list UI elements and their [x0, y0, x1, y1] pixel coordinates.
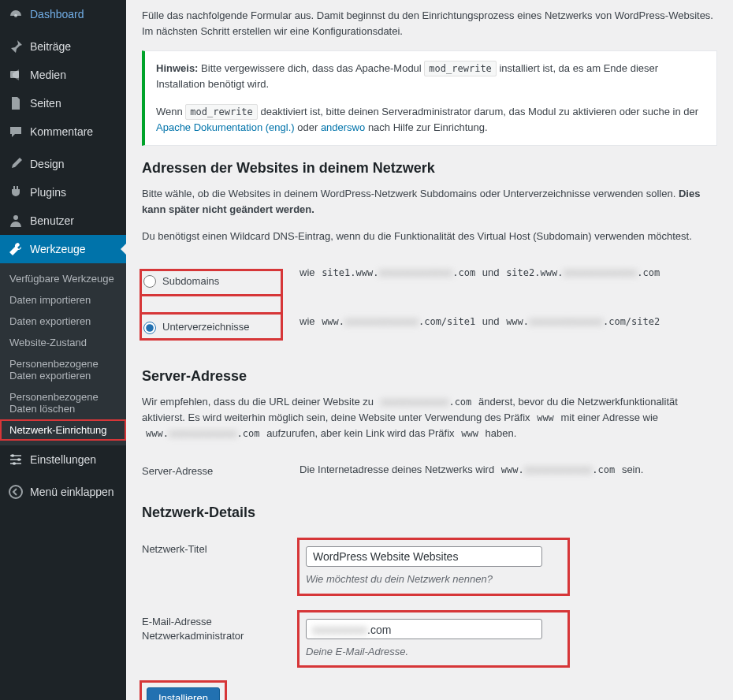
addresses-table: Subdomains wie site1.www.xxxxxxxxxxxxx.c…: [142, 255, 717, 353]
sidebar-item-appearance[interactable]: Design: [0, 150, 126, 178]
submenu-available-tools[interactable]: Verfügbare Werkzeuge: [0, 268, 126, 289]
install-button[interactable]: Installieren: [147, 687, 220, 700]
notice-box: Hinweis: Bitte vergewissere dich, dass d…: [142, 50, 717, 146]
dashboard-icon: [8, 6, 24, 22]
server-address-value: Die Internetadresse deines Netzwerks wir…: [300, 452, 717, 490]
addresses-p1: Bitte wähle, ob die Websites in deinem W…: [142, 186, 717, 218]
sidebar-label: Einstellungen: [30, 453, 96, 466]
brush-icon: [8, 156, 24, 172]
svg-point-3: [11, 454, 14, 457]
network-title-wrap: Wie möchtest du dein Netzwerk nennen?: [300, 540, 567, 594]
sidebar-label: Seiten: [30, 97, 61, 110]
sidebar-item-comments[interactable]: Kommentare: [0, 117, 126, 146]
sidebar-item-tools[interactable]: Werkzeuge: [0, 235, 126, 263]
network-title-input[interactable]: [306, 546, 542, 567]
heading-server: Server-Adresse: [142, 368, 717, 385]
sidebar-label: Medien: [30, 69, 66, 81]
plug-icon: [8, 184, 24, 200]
sidebar-item-posts[interactable]: Beiträge: [0, 32, 126, 61]
sidebar-item-media[interactable]: Medien: [0, 61, 126, 89]
submenu-export[interactable]: Daten exportieren: [0, 311, 126, 332]
radio-subdirectories[interactable]: Unterverzeichnisse: [143, 320, 276, 334]
svg-point-6: [9, 486, 22, 498]
submenu-erase-personal[interactable]: Personenbezogene Daten löschen: [0, 386, 126, 419]
server-address-label: Server-Adresse: [142, 452, 300, 490]
admin-email-input[interactable]: [306, 619, 542, 639]
media-icon: [8, 67, 24, 83]
code-mod-rewrite: mod_rewrite: [424, 61, 496, 76]
sidebar-label: Kommentare: [30, 125, 93, 138]
sliders-icon: [8, 452, 24, 467]
subdomains-example: wie site1.www.xxxxxxxxxxxxx.com und site…: [300, 255, 717, 304]
collapse-icon: [8, 484, 24, 500]
admin-email-desc: Deine E-Mail-Adresse.: [306, 644, 561, 660]
tools-submenu: Verfügbare Werkzeuge Daten importieren D…: [0, 263, 126, 445]
network-title-desc: Wie möchtest du dein Netzwerk nennen?: [306, 572, 561, 587]
user-icon: [8, 213, 24, 229]
sidebar-item-dashboard[interactable]: Dashboard: [0, 0, 126, 28]
svg-point-2: [13, 215, 18, 220]
svg-point-0: [14, 14, 17, 17]
link-elsewhere[interactable]: anderswo: [321, 121, 365, 133]
notice-line2: Wenn mod_rewrite deaktiviert ist, bitte …: [156, 104, 705, 136]
comment-icon: [8, 124, 24, 140]
radio-subdomains-input[interactable]: [143, 275, 156, 288]
sidebar-item-settings[interactable]: Einstellungen: [0, 445, 126, 474]
main-content: Fülle das nachfolgende Formular aus. Dam…: [126, 0, 733, 700]
network-title-label: Netzwerk-Titel: [142, 531, 300, 603]
admin-email-wrap: xxxxxxxxxx.com Deine E-Mail-Adresse.: [300, 612, 567, 666]
sidebar-label: Beiträge: [30, 40, 71, 53]
details-table: Netzwerk-Titel Wie möchtest du dein Netz…: [142, 531, 717, 675]
svg-point-5: [13, 462, 16, 465]
heading-details: Netzwerk-Details: [142, 505, 717, 521]
server-paragraph: Wir empfehlen, dass du die URL deiner We…: [142, 394, 717, 441]
wrench-icon: [8, 241, 24, 257]
submenu-export-personal[interactable]: Personenbezogene Daten exportieren: [0, 353, 126, 386]
sidebar-label: Werkzeuge: [30, 243, 86, 255]
sidebar-label: Plugins: [30, 186, 66, 199]
submenu-site-health[interactable]: Website-Zustand: [0, 332, 126, 353]
pin-icon: [8, 39, 24, 54]
addresses-p2: Du benötigst einen Wildcard DNS-Eintrag,…: [142, 229, 717, 244]
heading-addresses: Adressen der Websites in deinem Netzwerk: [142, 160, 717, 177]
link-apache-docs[interactable]: Apache Dokumentation (engl.): [156, 121, 295, 133]
subdirectories-example: wie www.xxxxxxxxxxxxx.com/site1 und www.…: [300, 304, 717, 353]
sidebar-item-users[interactable]: Benutzer: [0, 207, 126, 235]
sidebar-label: Menü einklappen: [30, 486, 114, 498]
submenu-import[interactable]: Daten importieren: [0, 289, 126, 311]
server-table: Server-Adresse Die Internetadresse deine…: [142, 452, 717, 490]
radio-subdirectories-input[interactable]: [143, 322, 156, 334]
sidebar-item-plugins[interactable]: Plugins: [0, 178, 126, 207]
code-mod-rewrite: mod_rewrite: [185, 104, 257, 120]
sidebar-label: Design: [30, 158, 65, 170]
submenu-network-setup[interactable]: Netzwerk-Einrichtung: [0, 419, 126, 441]
sidebar-item-pages[interactable]: Seiten: [0, 89, 126, 117]
submit-wrap: Installieren: [142, 683, 225, 700]
sidebar-item-collapse[interactable]: Menü einklappen: [0, 478, 126, 506]
svg-point-4: [17, 458, 20, 461]
sidebar-label: Benutzer: [30, 214, 74, 227]
page-icon: [8, 95, 24, 111]
radio-subdomains[interactable]: Subdomains: [143, 274, 276, 289]
admin-sidebar: Dashboard Beiträge Medien Seiten Komment…: [0, 0, 126, 700]
intro-paragraph: Fülle das nachfolgende Formular aus. Dam…: [142, 8, 717, 39]
notice-line1: Hinweis: Bitte vergewissere dich, dass d…: [156, 61, 705, 92]
sidebar-label: Dashboard: [30, 8, 84, 20]
admin-email-label: E-Mail-Adresse Netzwerkadministrator: [142, 603, 300, 676]
